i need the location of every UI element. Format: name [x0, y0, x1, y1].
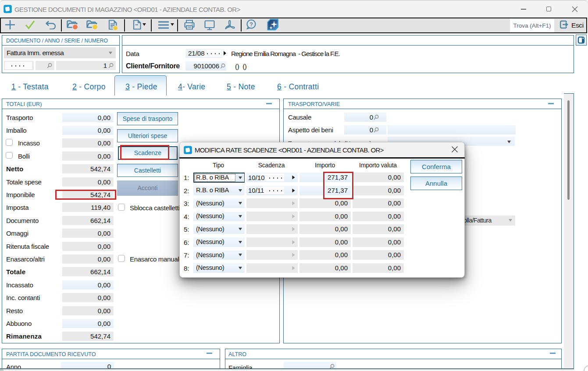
svg-text:?: ? — [249, 21, 253, 28]
